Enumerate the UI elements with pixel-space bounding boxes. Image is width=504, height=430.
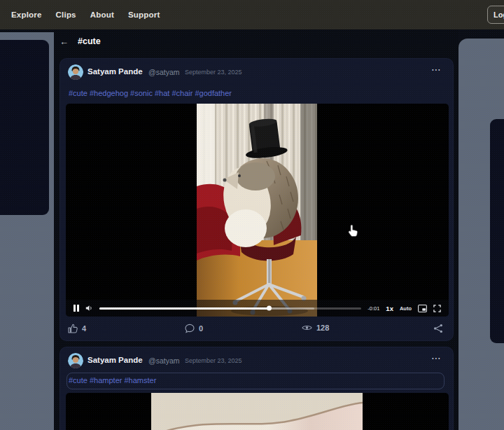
comment-button[interactable]: 0 bbox=[185, 324, 203, 333]
hamster-video-frame bbox=[151, 393, 363, 430]
hedgehog-video-frame bbox=[197, 104, 317, 317]
comment-icon bbox=[185, 324, 195, 333]
avatar-image bbox=[68, 64, 83, 80]
video-content bbox=[151, 393, 363, 430]
video-content bbox=[197, 104, 317, 317]
post-hashtags[interactable]: #cute #hedgehog #sonic #hat #chair #godf… bbox=[69, 89, 232, 97]
thumbs-up-icon bbox=[68, 324, 78, 333]
nav-item-explore[interactable]: Explore bbox=[11, 11, 42, 19]
view-count-group: 128 bbox=[302, 324, 329, 332]
time-remaining: -0:01 bbox=[368, 305, 379, 312]
video-player[interactable] bbox=[66, 393, 449, 430]
post-menu-icon[interactable]: ⋯ bbox=[431, 353, 442, 363]
share-icon bbox=[433, 324, 443, 333]
right-background-card bbox=[490, 119, 504, 343]
post-date: September 23, 2025 bbox=[185, 357, 242, 364]
playback-speed-button[interactable]: 1x bbox=[386, 305, 393, 312]
eye-icon bbox=[302, 324, 312, 331]
nav-item-about[interactable]: About bbox=[90, 11, 114, 19]
post-hashtags[interactable]: #cute #hampter #hamster bbox=[69, 376, 156, 384]
nav-item-clips[interactable]: Clips bbox=[56, 11, 76, 19]
pip-icon[interactable] bbox=[418, 305, 427, 312]
app-window: Explore Clips About Support Login ← #cut… bbox=[0, 0, 504, 430]
back-icon[interactable]: ← bbox=[59, 36, 69, 47]
feed-header: ← #cute bbox=[59, 32, 454, 50]
left-background-card bbox=[0, 40, 49, 215]
author-handle[interactable]: @satyam bbox=[148, 68, 180, 76]
pause-button[interactable] bbox=[74, 305, 79, 312]
nav-item-support[interactable]: Support bbox=[128, 11, 160, 19]
avatar[interactable] bbox=[68, 353, 83, 368]
author-name[interactable]: Satyam Pande bbox=[88, 67, 143, 76]
author-handle[interactable]: @satyam bbox=[148, 356, 180, 365]
like-button[interactable]: 4 bbox=[68, 324, 86, 333]
avatar-image bbox=[68, 353, 83, 368]
comment-count: 0 bbox=[199, 324, 203, 333]
avatar[interactable] bbox=[68, 64, 83, 80]
like-count: 4 bbox=[82, 324, 86, 333]
seek-bar[interactable] bbox=[99, 307, 361, 310]
post-card: Satyam Pande @satyam September 23, 2025 … bbox=[59, 347, 454, 430]
post-menu-icon[interactable]: ⋯ bbox=[431, 64, 442, 74]
login-button[interactable]: Login bbox=[487, 6, 504, 24]
fullscreen-icon[interactable] bbox=[433, 305, 441, 312]
progress-bar[interactable] bbox=[99, 307, 270, 310]
volume-icon[interactable] bbox=[85, 305, 93, 312]
share-button[interactable] bbox=[433, 324, 443, 333]
quality-button[interactable]: Auto bbox=[400, 305, 412, 312]
page-title: #cute bbox=[78, 36, 101, 46]
view-count: 128 bbox=[316, 324, 329, 332]
post-stats-row: 4 0 128 bbox=[60, 321, 453, 339]
video-player[interactable]: -0:01 1x Auto bbox=[66, 104, 449, 317]
top-nav: Explore Clips About Support Login bbox=[0, 0, 504, 29]
post-header: Satyam Pande @satyam September 23, 2025 … bbox=[60, 347, 453, 373]
player-controls: -0:01 1x Auto bbox=[66, 300, 449, 317]
author-name[interactable]: Satyam Pande bbox=[88, 356, 143, 364]
post-card: Satyam Pande @satyam September 23, 2025 … bbox=[59, 58, 454, 341]
post-header: Satyam Pande @satyam September 23, 2025 … bbox=[60, 59, 453, 84]
post-date: September 23, 2025 bbox=[185, 69, 242, 76]
